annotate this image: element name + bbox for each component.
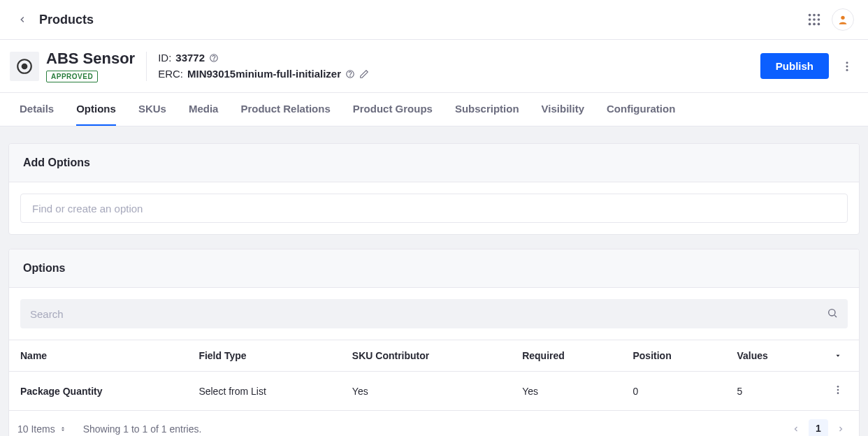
svg-marker-26 <box>62 430 64 431</box>
user-avatar[interactable] <box>832 8 854 31</box>
product-thumbnail <box>10 52 39 81</box>
tab-configuration[interactable]: Configuration <box>607 93 675 126</box>
col-position[interactable]: Position <box>621 340 725 372</box>
svg-point-13 <box>214 60 215 61</box>
cell-values: 5 <box>726 372 818 411</box>
svg-point-8 <box>818 23 820 26</box>
svg-point-4 <box>813 18 816 21</box>
per-page-selector[interactable]: 10 Items <box>17 423 66 435</box>
svg-marker-21 <box>837 355 840 357</box>
svg-point-23 <box>837 389 839 391</box>
svg-point-16 <box>846 61 848 64</box>
info-icon[interactable] <box>345 69 355 79</box>
breadcrumb-title: Products <box>39 13 94 27</box>
status-badge: APPROVED <box>46 71 98 82</box>
svg-marker-25 <box>62 427 64 428</box>
svg-point-15 <box>350 76 351 77</box>
svg-point-3 <box>809 18 811 21</box>
more-actions-button[interactable] <box>836 55 858 78</box>
cell-name: Package Quantity <box>9 372 187 411</box>
col-values[interactable]: Values <box>726 340 818 372</box>
tab-details[interactable]: Details <box>20 93 54 126</box>
col-required[interactable]: Required <box>511 340 621 372</box>
cell-required: Yes <box>511 372 621 411</box>
svg-point-18 <box>846 68 848 71</box>
back-button[interactable] <box>14 11 31 28</box>
entry-info: Showing 1 to 1 of 1 entries. <box>83 423 202 435</box>
col-sku-contributor[interactable]: SKU Contributor <box>341 340 511 372</box>
cell-field-type: Select from List <box>187 372 340 411</box>
svg-point-24 <box>837 393 839 395</box>
svg-point-19 <box>829 310 835 316</box>
col-name[interactable]: Name <box>9 340 187 372</box>
tab-product-relations[interactable]: Product Relations <box>240 93 330 126</box>
svg-point-7 <box>813 23 816 26</box>
sort-icon <box>59 423 66 435</box>
options-title: Options <box>23 262 845 275</box>
tab-subscription[interactable]: Subscription <box>455 93 519 126</box>
product-title: ABS Sensor <box>46 50 135 68</box>
svg-point-2 <box>818 14 820 17</box>
next-page-button[interactable] <box>831 419 851 436</box>
table-row[interactable]: Package Quantity Select from List Yes Ye… <box>9 372 859 411</box>
publish-button[interactable]: Publish <box>760 53 829 79</box>
tab-visibility[interactable]: Visibility <box>542 93 584 126</box>
col-field-type[interactable]: Field Type <box>187 340 340 372</box>
col-actions[interactable] <box>817 340 859 372</box>
svg-point-1 <box>813 14 816 17</box>
add-options-title: Add Options <box>23 157 845 169</box>
search-input[interactable] <box>30 308 827 320</box>
prev-page-button[interactable] <box>786 419 806 436</box>
tab-media[interactable]: Media <box>189 93 219 126</box>
chevron-down-icon <box>834 350 841 361</box>
row-actions-button[interactable] <box>832 384 844 395</box>
id-label: ID: <box>158 50 171 66</box>
svg-point-11 <box>22 63 28 69</box>
product-erc: MIN93015minium-full-initializer <box>187 66 341 82</box>
svg-point-5 <box>818 18 820 21</box>
erc-label: ERC: <box>158 66 183 82</box>
product-id: 33772 <box>175 50 205 66</box>
svg-point-6 <box>809 23 811 26</box>
svg-point-22 <box>837 386 839 388</box>
svg-point-9 <box>841 16 844 20</box>
apps-icon[interactable] <box>806 12 822 27</box>
svg-line-20 <box>834 315 837 317</box>
info-icon[interactable] <box>209 53 219 63</box>
edit-icon[interactable] <box>359 69 369 79</box>
cell-sku-contributor: Yes <box>341 372 511 411</box>
cell-position: 0 <box>621 372 725 411</box>
tabs: Details Options SKUs Media Product Relat… <box>0 93 868 126</box>
page-number[interactable]: 1 <box>809 419 828 436</box>
tab-skus[interactable]: SKUs <box>138 93 166 126</box>
svg-point-0 <box>809 14 811 17</box>
search-icon[interactable] <box>827 307 838 321</box>
tab-options[interactable]: Options <box>76 93 116 126</box>
add-option-input[interactable] <box>20 194 848 223</box>
tab-product-groups[interactable]: Product Groups <box>353 93 433 126</box>
svg-point-17 <box>846 65 848 67</box>
